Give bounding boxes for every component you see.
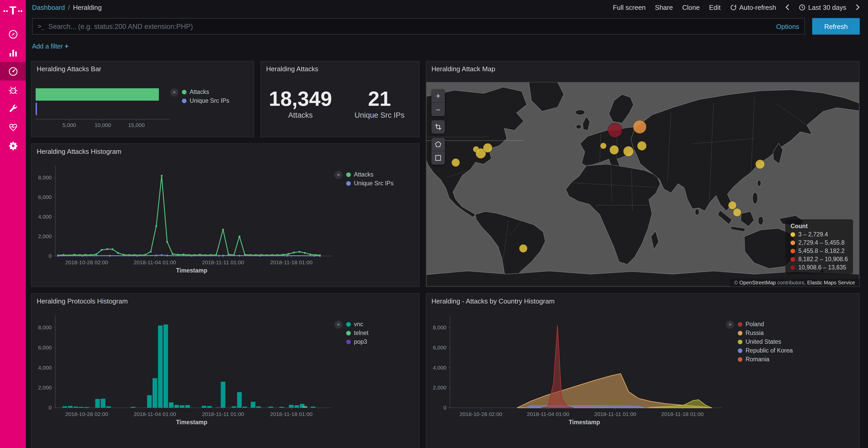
bar-vnc[interactable] — [68, 406, 72, 408]
attack-location-marker[interactable] — [610, 145, 619, 154]
attack-location-marker[interactable] — [600, 143, 607, 149]
sidebar-item-settings[interactable] — [0, 136, 26, 155]
bar-vnc[interactable] — [185, 405, 190, 408]
bar-attacks[interactable] — [36, 88, 159, 101]
svg-text:0: 0 — [49, 405, 52, 411]
legend-toggle-icon[interactable]: » — [334, 320, 343, 329]
attack-location-marker[interactable] — [483, 143, 492, 152]
sidebar-item-bug[interactable] — [0, 80, 26, 99]
sidebar-item-bar-chart[interactable] — [0, 43, 26, 62]
bug-icon — [7, 84, 18, 95]
bar-vnc[interactable] — [180, 405, 184, 408]
legend-toggle-icon[interactable]: » — [726, 320, 734, 329]
bar-vnc[interactable] — [269, 407, 273, 408]
map-draw-rectangle-button[interactable] — [431, 151, 445, 165]
time-back-button[interactable] — [785, 4, 790, 10]
gauge-icon — [7, 66, 18, 77]
bar-vnc[interactable] — [279, 407, 284, 408]
attack-location-marker[interactable] — [633, 120, 646, 134]
sidebar-item-heartbeat[interactable] — [0, 118, 26, 136]
map-zoom-in-button[interactable]: + — [431, 89, 445, 103]
series-line-attacks[interactable] — [58, 176, 320, 255]
bar-vnc[interactable] — [147, 395, 152, 408]
edit-button[interactable]: Edit — [709, 3, 721, 11]
bar-vnc[interactable] — [101, 399, 105, 408]
refresh-button[interactable]: Refresh — [812, 18, 860, 35]
bar-vnc[interactable] — [207, 406, 212, 408]
attack-location-marker[interactable] — [733, 208, 741, 216]
legend-item-poland[interactable]: Poland — [738, 321, 793, 327]
attack-location-marker[interactable] — [519, 244, 528, 253]
bar-vnc[interactable] — [169, 402, 174, 408]
attack-location-marker[interactable] — [608, 123, 622, 138]
sidebar-item-dashboard[interactable] — [0, 62, 26, 80]
bar-pop3[interactable] — [216, 407, 220, 408]
world-map[interactable]: +−Count3 – 2,729.42,729.4 – 5,455.85,455… — [426, 82, 859, 286]
attack-location-marker[interactable] — [637, 141, 647, 150]
legend-item-attacks[interactable]: Attacks — [182, 89, 229, 95]
map-zoom-out-button[interactable]: − — [431, 103, 445, 116]
share-button[interactable]: Share — [655, 3, 673, 11]
legend-item-united-states[interactable]: United States — [738, 339, 793, 345]
full-screen-button[interactable]: Full screen — [613, 3, 646, 11]
bar-vnc[interactable] — [163, 324, 168, 408]
bar-vnc[interactable] — [79, 407, 84, 408]
bar-vnc[interactable] — [311, 407, 315, 408]
bar-vnc[interactable] — [152, 378, 157, 408]
bar-vnc[interactable] — [237, 392, 242, 408]
map-crop-button[interactable] — [431, 120, 445, 134]
legend-item-attacks[interactable]: Attacks — [346, 171, 394, 177]
topnav-actions: Full screenShareCloneEditAuto-refreshLas… — [613, 3, 860, 11]
legend-toggle-icon[interactable]: » — [170, 88, 178, 97]
bar-vnc[interactable] — [175, 405, 179, 408]
attack-location-marker[interactable] — [728, 201, 737, 210]
sidebar-item-wrench[interactable] — [0, 99, 26, 118]
attribution-link[interactable]: OpenStreetMap — [739, 280, 776, 285]
add-filter-link[interactable]: Add a filter + — [32, 43, 68, 50]
breadcrumb-dashboard-link[interactable]: Dashboard — [32, 3, 65, 11]
legend-toggle-icon[interactable]: » — [334, 171, 343, 179]
legend-item-unique-src-ips[interactable]: Unique Src IPs — [182, 98, 229, 104]
svg-text:2018-11-04 01:00: 2018-11-04 01:00 — [527, 411, 569, 417]
bar-vnc[interactable] — [243, 407, 247, 408]
logo-letter: T — [9, 5, 17, 16]
bar-vnc[interactable] — [251, 402, 255, 408]
auto-refresh-button[interactable]: Auto-refresh — [730, 3, 776, 11]
bar-vnc[interactable] — [84, 407, 89, 408]
telekom-logo[interactable]: T — [4, 5, 22, 16]
bar-vnc[interactable] — [95, 399, 100, 408]
bar-vnc[interactable] — [158, 325, 163, 408]
bar-telnet[interactable] — [303, 406, 307, 408]
bar-vnc[interactable] — [256, 407, 261, 408]
legend-item-pop3[interactable]: pop3 — [346, 339, 368, 345]
bar-vnc[interactable] — [221, 382, 225, 408]
series-area-russia[interactable] — [517, 374, 709, 408]
options-link[interactable]: Options — [776, 23, 799, 30]
time-picker-button[interactable]: Last 30 days — [799, 3, 846, 11]
bar-vnc[interactable] — [202, 406, 207, 408]
bar-vnc[interactable] — [63, 406, 67, 408]
attribution-link[interactable]: Elastic Maps Service — [807, 280, 855, 285]
legend-item-telnet[interactable]: telnet — [346, 330, 368, 336]
legend-item-vnc[interactable]: vnc — [346, 321, 368, 327]
attack-location-marker[interactable] — [755, 160, 765, 169]
bar-vnc[interactable] — [294, 405, 299, 408]
legend-item-unique-src-ips[interactable]: Unique Src IPs — [346, 180, 394, 186]
legend-item-romania[interactable]: Romania — [738, 356, 793, 362]
bar-vnc[interactable] — [73, 407, 78, 408]
map-draw-polygon-button[interactable] — [431, 138, 445, 151]
bar-vnc[interactable] — [106, 406, 111, 408]
time-forward-button[interactable] — [856, 4, 860, 10]
bar-vnc[interactable] — [232, 406, 237, 408]
bar-vnc[interactable] — [289, 405, 293, 408]
sidebar-item-compass[interactable] — [0, 25, 26, 43]
breadcrumb: Dashboard / Heralding — [32, 3, 102, 11]
legend-item-republic-of-korea[interactable]: Republic of Korea — [738, 347, 793, 353]
clone-button[interactable]: Clone — [682, 3, 700, 11]
attack-location-marker[interactable] — [452, 159, 460, 167]
bar-vnc[interactable] — [131, 407, 135, 408]
legend-item-russia[interactable]: Russia — [738, 330, 793, 336]
bar-unique-src-ips[interactable] — [36, 103, 37, 115]
attack-location-marker[interactable] — [623, 146, 634, 157]
search-input[interactable] — [48, 23, 772, 30]
